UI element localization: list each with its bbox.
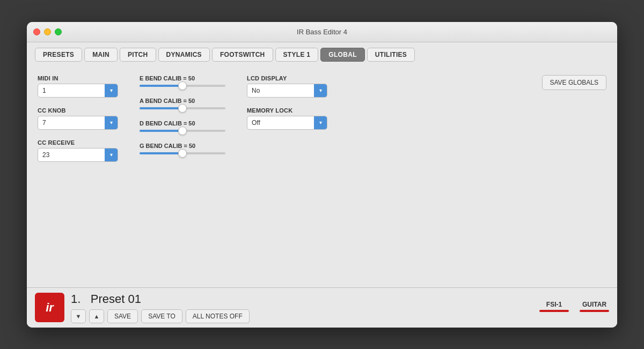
preset-name: 1. Preset 01 xyxy=(71,292,250,306)
footer-right: FSI-1 GUITAR xyxy=(539,301,609,314)
device-guitar-bar xyxy=(580,310,609,312)
memory-lock-group: MEMORY LOCK Off ▾ xyxy=(247,107,327,130)
cc-knob-group: CC KNOB 7 ▾ xyxy=(38,107,118,130)
cc-receive-dropdown[interactable]: 23 ▾ xyxy=(38,148,118,162)
device-fsi1-name: FSI-1 xyxy=(546,301,562,308)
window-title: IR Bass Editor 4 xyxy=(297,28,347,36)
device-guitar: GUITAR xyxy=(580,301,609,312)
content-area: SAVE GLOBALS MIDI IN 1 ▾ CC KNOB 7 ▾ xyxy=(27,67,617,287)
preset-up-button[interactable]: ▲ xyxy=(89,309,104,323)
d-bend-slider[interactable] xyxy=(140,130,225,132)
a-bend-slider[interactable] xyxy=(140,107,225,109)
col-midi: MIDI IN 1 ▾ CC KNOB 7 ▾ CC RECEIVE xyxy=(38,75,118,172)
preset-info: 1. Preset 01 ▼ ▲ SAVE SAVE TO ALL NOTES … xyxy=(71,292,250,323)
midi-in-group: MIDI IN 1 ▾ xyxy=(38,75,118,98)
close-button[interactable] xyxy=(33,28,40,35)
logo: ir xyxy=(35,293,64,322)
save-globals-button[interactable]: SAVE GLOBALS xyxy=(542,75,607,90)
tab-dynamics[interactable]: DYNAMICS xyxy=(158,48,210,62)
cc-receive-label: CC RECEIVE xyxy=(38,139,118,146)
logo-text: ir xyxy=(46,301,54,315)
e-bend-label: E BEND CALIB = 50 xyxy=(140,75,225,81)
tab-pitch[interactable]: PITCH xyxy=(120,48,156,62)
lcd-display-group: LCD DISPLAY No ▾ xyxy=(247,75,327,98)
device-fsi1-bar xyxy=(539,310,569,312)
footer-buttons: ▼ ▲ SAVE SAVE TO ALL NOTES OFF xyxy=(71,309,250,323)
tab-global[interactable]: GLOBAL xyxy=(320,48,364,62)
titlebar: IR Bass Editor 4 xyxy=(27,22,617,42)
e-bend-slider[interactable] xyxy=(140,85,225,87)
lcd-display-arrow-icon[interactable]: ▾ xyxy=(314,84,327,98)
memory-lock-dropdown[interactable]: Off ▾ xyxy=(247,116,327,130)
device-guitar-name: GUITAR xyxy=(582,301,606,308)
preset-down-button[interactable]: ▼ xyxy=(71,309,86,323)
memory-lock-arrow-icon[interactable]: ▾ xyxy=(314,116,327,130)
lcd-display-dropdown[interactable]: No ▾ xyxy=(247,84,327,98)
g-bend-slider[interactable] xyxy=(140,152,225,154)
tab-utilities[interactable]: UTILITIES xyxy=(367,48,415,62)
preset-number: 1. xyxy=(71,292,80,306)
main-window: IR Bass Editor 4 PRESETS MAIN PITCH DYNA… xyxy=(27,22,617,328)
e-bend-group: E BEND CALIB = 50 xyxy=(140,75,225,87)
col-bend: E BEND CALIB = 50 A BEND CALIB = 50 D BE… xyxy=(140,75,225,172)
all-notes-off-button[interactable]: ALL NOTES OFF xyxy=(186,309,250,323)
memory-lock-label: MEMORY LOCK xyxy=(247,107,327,114)
tab-style1[interactable]: STYLE 1 xyxy=(275,48,319,62)
d-bend-label: D BEND CALIB = 50 xyxy=(140,120,225,127)
save-to-button[interactable]: SAVE TO xyxy=(141,309,182,323)
cc-knob-arrow-icon[interactable]: ▾ xyxy=(105,116,118,130)
cc-knob-dropdown[interactable]: 7 ▾ xyxy=(38,116,118,130)
cc-receive-arrow-icon[interactable]: ▾ xyxy=(105,148,118,162)
col-lcd: LCD DISPLAY No ▾ MEMORY LOCK Off ▾ xyxy=(247,75,327,172)
midi-in-dropdown[interactable]: 1 ▾ xyxy=(38,84,118,98)
minimize-button[interactable] xyxy=(44,28,51,35)
g-bend-group: G BEND CALIB = 50 xyxy=(140,143,225,154)
cc-knob-label: CC KNOB xyxy=(38,107,118,114)
tabs-bar: PRESETS MAIN PITCH DYNAMICS FOOTSWITCH S… xyxy=(27,42,617,67)
d-bend-group: D BEND CALIB = 50 xyxy=(140,120,225,132)
midi-in-label: MIDI IN xyxy=(38,75,118,81)
maximize-button[interactable] xyxy=(55,28,62,35)
midi-in-arrow-icon[interactable]: ▾ xyxy=(105,84,118,98)
a-bend-group: A BEND CALIB = 50 xyxy=(140,98,225,109)
preset-title: Preset 01 xyxy=(91,292,141,306)
lcd-display-label: LCD DISPLAY xyxy=(247,75,327,81)
tab-main[interactable]: MAIN xyxy=(84,48,118,62)
cc-receive-value: 23 xyxy=(38,151,105,159)
footer: ir 1. Preset 01 ▼ ▲ SAVE SAVE TO ALL NOT… xyxy=(27,287,617,328)
lcd-display-value: No xyxy=(247,87,314,94)
device-fsi1: FSI-1 xyxy=(539,301,569,312)
cc-knob-value: 7 xyxy=(38,119,105,127)
cc-receive-group: CC RECEIVE 23 ▾ xyxy=(38,139,118,162)
memory-lock-value: Off xyxy=(247,119,314,127)
tab-footswitch[interactable]: FOOTSWITCH xyxy=(212,48,273,62)
g-bend-label: G BEND CALIB = 50 xyxy=(140,143,225,149)
a-bend-label: A BEND CALIB = 50 xyxy=(140,98,225,104)
save-button[interactable]: SAVE xyxy=(107,309,138,323)
traffic-lights xyxy=(33,28,62,35)
midi-in-value: 1 xyxy=(38,87,105,94)
tab-presets[interactable]: PRESETS xyxy=(35,48,82,62)
